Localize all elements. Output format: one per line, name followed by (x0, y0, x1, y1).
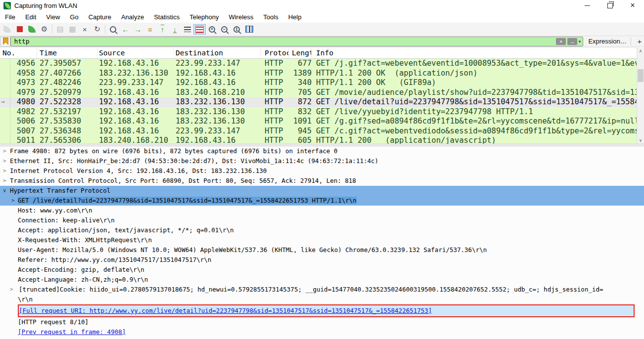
detail-ip[interactable]: >Internet Protocol Version 4, Src: 192.1… (0, 166, 644, 176)
column-header-length[interactable]: Length (289, 48, 312, 58)
table-row[interactable]: 500727.536348192.168.43.16223.99.233.147… (0, 127, 644, 136)
menu-telephony[interactable]: Telephony (184, 12, 224, 22)
detail-crlf[interactable]: \r\n (0, 295, 644, 304)
full-request-uri-link[interactable]: [Full request URI: http://www.yy.com/liv… (19, 307, 432, 314)
menu-file[interactable]: File (0, 12, 20, 22)
table-row[interactable]: 498227.532197192.168.43.16183.232.136.13… (0, 107, 644, 117)
minimize-icon (585, 5, 590, 6)
menu-help[interactable]: Help (283, 12, 307, 22)
expression-button[interactable]: Expression… (588, 38, 626, 45)
filter-dropdown-icon[interactable]: ▾ (579, 39, 581, 44)
close-capture-icon[interactable]: × (79, 24, 91, 35)
window-title: Capturing from WLAN (14, 2, 77, 9)
menu-go[interactable]: Go (65, 12, 83, 22)
packet-list: No. Time Source Destination Protocol Len… (0, 47, 644, 144)
find-packet-icon[interactable] (107, 24, 119, 35)
related-packet-arrow-icon: → (1, 97, 4, 107)
toolbar-separator (105, 25, 105, 34)
detail-x-requested-with[interactable]: X-Requested-With: XMLHttpRequest\r\n (0, 235, 644, 245)
detail-ethernet[interactable]: >Ethernet II, Src: HonHaiPr_be:2d:d7 (94… (0, 156, 644, 166)
expander-icon[interactable]: > (3, 146, 6, 156)
restore-button[interactable] (598, 0, 621, 11)
filter-bookmark-button[interactable] (0, 37, 10, 46)
minimize-button[interactable] (576, 0, 598, 11)
go-to-packet-icon[interactable]: ≡ (144, 24, 156, 35)
expander-icon[interactable]: > (3, 176, 6, 186)
menu-capture[interactable]: Capture (84, 12, 116, 22)
stop-capture-icon[interactable] (13, 24, 26, 35)
wireshark-logo-icon (3, 2, 11, 9)
expander-icon[interactable]: > (3, 156, 6, 166)
go-forward-icon[interactable]: → (132, 24, 144, 35)
save-file-icon[interactable]: ▦ (66, 24, 79, 35)
main-toolbar: ⚙ ▤ ▦ × ↻ ← → ≡ ↑ ↓ + − 1 (0, 23, 644, 36)
table-row[interactable]: 497927.520979192.168.43.16183.240.168.21… (0, 88, 644, 98)
table-row-selected[interactable]: → 498027.522328192.168.43.16183.232.136.… (0, 97, 644, 107)
menu-statistics[interactable]: Statistics (149, 12, 184, 22)
colorize-packets-icon[interactable] (193, 24, 206, 35)
scroll-up-icon[interactable]: ∧ (637, 47, 644, 54)
toolbar-separator (52, 25, 52, 34)
detail-request-line[interactable]: >GET /live/detail?uid=2237947798&sid=135… (0, 196, 644, 206)
filter-clear-button[interactable]: × (556, 38, 566, 45)
reload-icon[interactable]: ↻ (91, 24, 103, 35)
add-filter-button[interactable]: + (635, 37, 644, 45)
resize-columns-icon[interactable] (243, 24, 255, 35)
detail-accept[interactable]: Accept: application/json, text/javascrip… (0, 225, 644, 235)
go-last-packet-icon[interactable]: ↓ (169, 24, 181, 35)
detail-connection[interactable]: Connection: keep-alive\r\n (0, 215, 644, 225)
column-header-no[interactable]: No. (0, 48, 37, 58)
expander-expanded-icon[interactable]: ∨ (3, 186, 6, 196)
menu-tools[interactable]: Tools (258, 12, 283, 22)
filter-input[interactable]: http × → ▾ (10, 37, 583, 46)
table-row[interactable]: 495827.407266183.232.136.130192.168.43.1… (0, 69, 644, 79)
table-row[interactable]: 495627.395057192.168.43.16223.99.233.147… (0, 59, 644, 69)
auto-scroll-icon[interactable] (181, 24, 193, 35)
close-button[interactable]: × (621, 0, 644, 11)
filter-value: http (14, 38, 555, 45)
detail-http-request-count[interactable]: [HTTP request 8/10] (0, 317, 644, 327)
restart-capture-icon[interactable] (26, 24, 38, 35)
full-request-uri-highlight[interactable]: [Full request URI: http://www.yy.com/liv… (18, 304, 635, 317)
detail-http-selected[interactable]: ∨Hypertext Transfer Protocol (0, 186, 644, 196)
menu-view[interactable]: View (41, 12, 65, 22)
packet-list-scrollbar[interactable]: ∧ ∨ (637, 47, 644, 144)
start-capture-icon[interactable] (1, 24, 13, 35)
detail-accept-language[interactable]: Accept-Language: zh-CN,zh;q=0.9\r\n (0, 275, 644, 285)
zoom-reset-icon[interactable]: 1 (230, 24, 243, 35)
go-back-icon[interactable]: ← (119, 24, 132, 35)
zoom-in-icon[interactable]: + (206, 24, 218, 35)
column-header-info[interactable]: Info (312, 48, 644, 58)
column-header-time[interactable]: Time (37, 48, 97, 58)
open-file-icon[interactable]: ▤ (54, 24, 66, 35)
detail-referer[interactable]: Referer: http://www.yy.com/1351047517/13… (0, 255, 644, 265)
packet-rows: 495627.395057192.168.43.16223.99.233.147… (0, 59, 644, 145)
table-row[interactable]: 500627.535830192.168.43.16183.232.136.13… (0, 117, 644, 127)
column-header-destination[interactable]: Destination (174, 48, 261, 58)
detail-user-agent[interactable]: User-Agent: Mozilla/5.0 (Windows NT 10.0… (0, 245, 644, 255)
column-header-protocol[interactable]: Protocol (261, 48, 289, 58)
scrollbar-thumb[interactable] (638, 69, 644, 82)
menu-edit[interactable]: Edit (20, 12, 41, 22)
detail-prev-request-link[interactable]: [Prev request in frame: 4908] (0, 327, 644, 337)
window-controls: × (576, 0, 644, 11)
expander-icon[interactable]: > (11, 196, 15, 206)
go-first-packet-icon[interactable]: ↑ (156, 24, 169, 35)
packet-details-pane: >Frame 4980: 872 bytes on wire (6976 bit… (0, 146, 644, 339)
detail-host[interactable]: Host: www.yy.com\r\n (0, 206, 644, 215)
menu-wireless[interactable]: Wireless (224, 12, 258, 22)
detail-cookie[interactable]: >[truncated]Cookie: hiido_ui=0.278057913… (0, 285, 644, 295)
detail-accept-encoding[interactable]: Accept-Encoding: gzip, deflate\r\n (0, 265, 644, 275)
column-header-source[interactable]: Source (97, 48, 174, 58)
detail-response-frame-link[interactable]: [Response in frame: 5020] (0, 337, 644, 339)
table-row[interactable]: 497327.482246223.99.233.147192.168.43.16… (0, 78, 644, 88)
detail-tcp[interactable]: >Transmission Control Protocol, Src Port… (0, 176, 644, 186)
menu-analyze[interactable]: Analyze (116, 12, 149, 22)
capture-options-icon[interactable]: ⚙ (38, 24, 50, 35)
expander-icon[interactable]: > (10, 285, 13, 295)
zoom-out-icon[interactable]: − (218, 24, 230, 35)
scroll-down-icon[interactable]: ∨ (637, 137, 644, 144)
expander-icon[interactable]: > (3, 166, 6, 176)
detail-frame[interactable]: >Frame 4980: 872 bytes on wire (6976 bit… (0, 146, 644, 156)
filter-apply-button[interactable]: → (567, 38, 577, 45)
